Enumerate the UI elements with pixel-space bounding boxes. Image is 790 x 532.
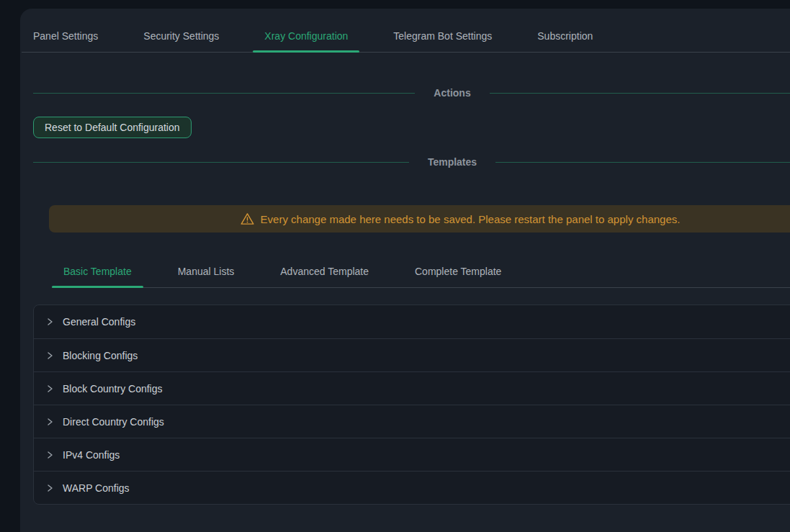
collapse-header-block-country-configs[interactable]: Block Country Configs (34, 371, 790, 405)
collapse-header-direct-country-configs[interactable]: Direct Country Configs (34, 405, 790, 438)
reset-to-default-button[interactable]: Reset to Default Configuration (33, 117, 192, 138)
template-collapse-list: General Configs Blocking Configs Block C… (33, 305, 790, 505)
tab-complete-template[interactable]: Complete Template (403, 260, 513, 287)
collapse-header-label: WARP Configs (63, 482, 130, 494)
settings-card: Panel Settings Security Settings Xray Co… (20, 9, 790, 532)
collapse-header-general-configs[interactable]: General Configs (34, 305, 790, 338)
templates-divider: Templates (33, 155, 790, 169)
chevron-right-icon (45, 317, 54, 326)
restart-warning-text: Every change made here needs to be saved… (261, 213, 681, 225)
tab-basic-template[interactable]: Basic Template (52, 260, 143, 287)
chevron-right-icon (45, 418, 54, 426)
tab-manual-lists[interactable]: Manual Lists (166, 260, 246, 287)
tab-panel-settings[interactable]: Panel Settings (22, 23, 109, 52)
tab-subscription[interactable]: Subscription (526, 23, 604, 52)
chevron-right-icon (45, 484, 54, 492)
collapse-header-label: IPv4 Configs (63, 449, 120, 461)
chevron-right-icon (45, 451, 54, 459)
actions-divider: Actions (33, 86, 790, 100)
collapse-header-blocking-configs[interactable]: Blocking Configs (34, 338, 790, 371)
collapse-header-label: General Configs (63, 316, 135, 328)
restart-warning-alert: Every change made here needs to be saved… (49, 205, 790, 233)
main-tabs: Panel Settings Security Settings Xray Co… (22, 9, 790, 53)
tab-security-settings[interactable]: Security Settings (132, 23, 230, 52)
tab-panel-content: Actions Reset to Default Configuration T… (20, 86, 790, 505)
collapse-header-label: Blocking Configs (63, 350, 138, 361)
actions-divider-label: Actions (415, 86, 489, 100)
collapse-header-warp-configs[interactable]: WARP Configs (34, 471, 790, 504)
tab-telegram-bot-settings[interactable]: Telegram Bot Settings (382, 23, 503, 52)
chevron-right-icon (45, 351, 54, 360)
tab-advanced-template[interactable]: Advanced Template (269, 260, 380, 287)
tab-xray-configuration[interactable]: Xray Configuration (253, 23, 359, 52)
collapse-header-label: Direct Country Configs (63, 416, 164, 428)
collapse-header-ipv4-configs[interactable]: IPv4 Configs (34, 438, 790, 471)
chevron-right-icon (45, 384, 54, 393)
warning-triangle-icon (241, 212, 254, 225)
templates-divider-label: Templates (409, 155, 495, 169)
template-tabs: Basic Template Manual Lists Advanced Tem… (52, 260, 790, 288)
collapse-header-label: Block Country Configs (63, 383, 163, 395)
